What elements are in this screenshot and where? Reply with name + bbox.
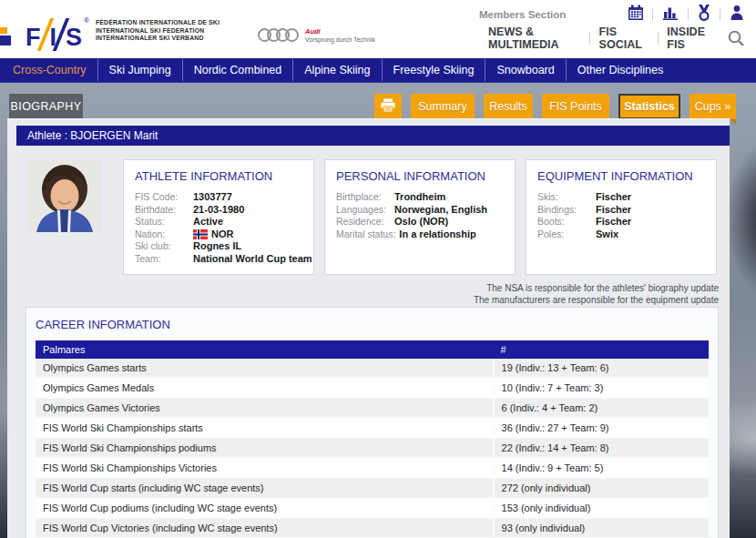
- table-row: FIS World Cup Victories (including WC st…: [36, 518, 709, 538]
- norway-flag-icon: [193, 229, 208, 239]
- federation-line-fr: FÉDÉRATION INTERNATIONALE DE SKI: [96, 19, 220, 27]
- nav-cross-country[interactable]: Cross-Country: [2, 59, 97, 81]
- athlete-name-bar: Athlete : BJOERGEN Marit: [16, 126, 730, 146]
- field-label: Birthplace:: [336, 191, 394, 204]
- field-label: Team:: [135, 253, 193, 266]
- table-row: FIS World Cup podiums (including WC stag…: [36, 498, 709, 518]
- fis-logo-letter-s: S: [66, 24, 82, 51]
- bar-chart-icon[interactable]: [661, 5, 679, 25]
- table-header-row: Palmares #: [36, 340, 709, 359]
- nav-snowboard[interactable]: Snowboard: [485, 59, 565, 81]
- results-button[interactable]: Results: [484, 94, 533, 119]
- athlete-toolbar: Summary Results FIS Points Statistics Cu…: [374, 94, 736, 119]
- medal-icon[interactable]: [697, 5, 711, 25]
- table-row: Olympics Games starts19 (Indiv.: 13 + Te…: [36, 359, 709, 378]
- federation-line-de: INTERNATIONALER SKI VERBAND: [96, 35, 220, 43]
- main-area: BIOGRAPHY Summary Results FIS Points Sta…: [0, 83, 756, 538]
- nav-news-multimedia[interactable]: NEWS & MULTIMEDIA: [479, 25, 589, 51]
- career-information-title: CAREER INFORMATION: [36, 318, 709, 331]
- field-label: Bindings:: [537, 204, 596, 217]
- nav-alpine-skiing[interactable]: Alpine Skiing: [292, 59, 381, 81]
- table-row: FIS World Ski Championships Victories14 …: [36, 458, 709, 478]
- birthplace-value: Trondheim: [394, 191, 445, 204]
- marital-status-value: In a relationship: [399, 228, 475, 241]
- personal-information-panel: PERSONAL INFORMATION Birthplace:Trondhei…: [324, 159, 516, 275]
- disclaimer-text: The NSA is responsible for the athletes'…: [7, 275, 730, 306]
- status-value: Active: [193, 216, 223, 228]
- field-label: Ski club:: [135, 240, 193, 253]
- audi-tagline: Vorsprung durch Technik: [305, 36, 375, 43]
- table-row: Olympics Games Victories6 (Indiv.: 4 + T…: [36, 398, 709, 418]
- palmares-table: Palmares # Olympics Games starts19 (Indi…: [36, 340, 709, 538]
- athlete-information-panel: ATHLETE INFORMATION FIS Code:1303777 Bir…: [123, 159, 314, 275]
- team-value: National World Cup team: [193, 253, 312, 266]
- fis-logo[interactable]: F I S ®: [26, 16, 89, 51]
- table-row: Olympics Games Medals10 (Indiv.: 7 + Tea…: [36, 378, 709, 398]
- bindings-value: Fischer: [596, 204, 631, 217]
- search-icon[interactable]: [727, 29, 745, 47]
- fis-code-value: 1303777: [193, 191, 232, 204]
- languages-value: Norwegian, English: [394, 204, 487, 217]
- biography-tab[interactable]: BIOGRAPHY: [9, 94, 83, 119]
- print-button[interactable]: [374, 94, 402, 119]
- nav-other-disciplines[interactable]: Other Disciplines: [566, 59, 674, 81]
- federation-name-block: FÉDÉRATION INTERNATIONALE DE SKI INTERNA…: [96, 19, 220, 43]
- col-header-count: #: [494, 340, 709, 359]
- icon-divider: [720, 8, 720, 21]
- fis-points-button[interactable]: FIS Points: [542, 94, 609, 119]
- career-information-card: CAREER INFORMATION Palmares # Olympics G…: [26, 307, 719, 538]
- field-label: Nation:: [135, 228, 193, 241]
- nav-fis-social[interactable]: FIS SOCIAL: [590, 25, 658, 51]
- content-wrapper: Athlete : BJOERGEN Marit ATHLETE INFORMA…: [7, 118, 730, 538]
- col-header-palmares: Palmares: [36, 340, 494, 359]
- user-icon[interactable]: [729, 5, 745, 25]
- disclaimer-line-1: The NSA is responsible for the athletes'…: [7, 282, 719, 294]
- field-label: Boots:: [537, 216, 596, 228]
- nav-nordic-combined[interactable]: Nordic Combined: [182, 59, 293, 81]
- panel-title: EQUIPMENT INFORMATION: [537, 169, 705, 183]
- field-label: Skis:: [537, 191, 596, 204]
- ski-club-value: Rognes IL: [193, 240, 241, 253]
- icon-divider: [688, 8, 689, 21]
- registered-mark: ®: [84, 16, 89, 25]
- boots-value: Fischer: [596, 216, 631, 228]
- members-section-link[interactable]: Members Section: [479, 9, 566, 20]
- summary-button[interactable]: Summary: [411, 94, 475, 119]
- audi-brand: Audi: [305, 27, 375, 36]
- skis-value: Fischer: [596, 191, 631, 204]
- nav-ski-jumping[interactable]: Ski Jumping: [97, 59, 182, 81]
- site-header: F I S ® FÉDÉRATION INTERNATIONALE DE SKI…: [0, 0, 756, 58]
- panel-title: ATHLETE INFORMATION: [135, 169, 302, 183]
- edge-logo-mark-blue: [0, 36, 11, 46]
- field-label: FIS Code:: [135, 191, 193, 204]
- field-label: Marital status:: [336, 228, 399, 241]
- icon-divider: [652, 8, 653, 21]
- birthdate-value: 21-03-1980: [193, 204, 244, 217]
- audi-logo: Audi Vorsprung durch Technik: [258, 27, 375, 43]
- field-label: Languages:: [336, 204, 394, 217]
- field-label: Residence:: [336, 216, 394, 228]
- statistics-button[interactable]: Statistics: [618, 94, 680, 119]
- equipment-information-panel: EQUIPMENT INFORMATION Skis:Fischer Bindi…: [526, 159, 717, 275]
- nav-freestyle-skiing[interactable]: Freestyle Skiing: [382, 59, 485, 81]
- panel-title: PERSONAL INFORMATION: [336, 169, 504, 183]
- nav-inside-fis[interactable]: INSIDE FIS: [658, 25, 721, 51]
- table-row: FIS World Ski Championships podiums22 (I…: [36, 438, 709, 458]
- table-row: FIS World Cup starts (including WC stage…: [36, 478, 709, 498]
- audi-rings-icon: [258, 28, 299, 42]
- nation-value: NOR: [193, 228, 233, 241]
- poles-value: Swix: [596, 228, 618, 241]
- edge-logo-mark-orange: [0, 27, 7, 34]
- federation-line-en: INTERNATIONAL SKI FEDERATION: [96, 27, 220, 36]
- field-label: Status:: [135, 216, 193, 228]
- disciplines-nav: Cross-Country Ski Jumping Nordic Combine…: [0, 58, 756, 83]
- disclaimer-line-2: The manufacturers are responsible for th…: [7, 294, 719, 306]
- athlete-photo: [27, 159, 101, 232]
- table-row: FIS World Ski Championships starts36 (In…: [36, 418, 709, 438]
- calendar-icon[interactable]: [628, 5, 644, 25]
- residence-value: Oslo (NOR): [394, 216, 448, 228]
- cups-button[interactable]: Cups »: [690, 94, 736, 119]
- info-section: ATHLETE INFORMATION FIS Code:1303777 Bir…: [27, 159, 730, 275]
- field-label: Poles:: [537, 228, 596, 241]
- field-label: Birthdate:: [135, 204, 193, 217]
